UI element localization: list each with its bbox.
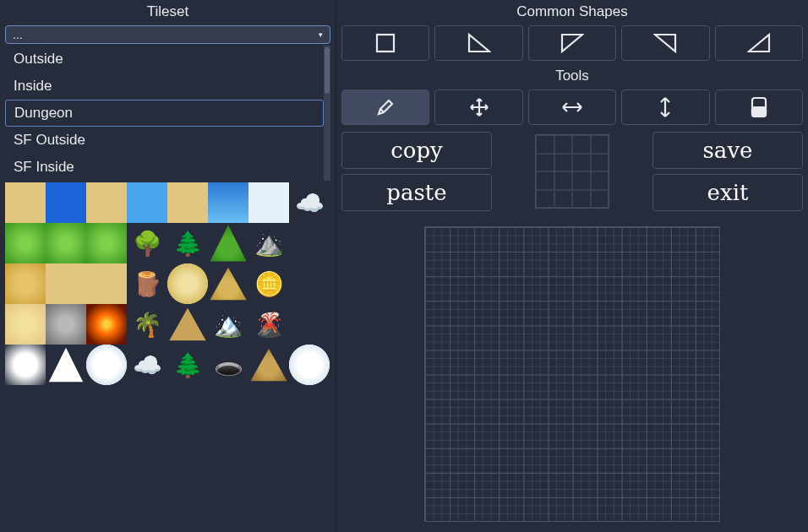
shape-triangle-bl[interactable] [434, 25, 522, 61]
shapes-title: Common Shapes [340, 0, 805, 25]
tileset-option-sf-inside[interactable]: SF Inside [5, 154, 324, 181]
right-panel: Common Shapes Tools [336, 0, 808, 532]
tile[interactable] [289, 223, 330, 263]
tile[interactable]: 🪵 [127, 263, 167, 304]
triangle-tr-icon [653, 33, 677, 53]
tile[interactable] [208, 263, 248, 304]
tools-row [340, 90, 805, 128]
tile[interactable] [46, 182, 86, 223]
tile[interactable] [167, 182, 208, 223]
chevron-down-icon: ▾ [319, 31, 323, 39]
tile[interactable] [167, 263, 208, 304]
tileset-option-sf-outside[interactable]: SF Outside [5, 127, 324, 154]
triangle-bl-icon [467, 33, 491, 53]
tile[interactable] [86, 263, 127, 304]
square-icon [375, 33, 396, 53]
tile[interactable]: 🏔️ [208, 304, 248, 345]
tile[interactable] [127, 182, 167, 223]
tile[interactable]: 🌲 [167, 345, 208, 385]
tile[interactable]: 🪙 [248, 263, 289, 304]
tile[interactable]: 🌲 [167, 223, 208, 263]
tileset-title: Tileset [0, 0, 336, 25]
tileset-option-inside[interactable]: Inside [5, 73, 324, 100]
tile[interactable] [86, 182, 127, 223]
tile[interactable] [46, 263, 86, 304]
preview-grid[interactable] [535, 134, 609, 209]
action-row: copy paste save exit [340, 128, 805, 214]
shape-triangle-tl[interactable] [528, 25, 616, 61]
pencil-icon [375, 97, 396, 117]
tile[interactable] [46, 223, 86, 263]
tileset-option-outside[interactable]: Outside [5, 46, 324, 73]
tool-move[interactable] [434, 90, 522, 125]
tileset-option-dungeon[interactable]: Dungeon [5, 100, 324, 127]
tile[interactable]: ☁️ [289, 182, 330, 223]
shape-triangle-tr[interactable] [621, 25, 709, 61]
tile[interactable] [86, 223, 127, 263]
tile[interactable] [5, 223, 46, 263]
scrollbar-thumb[interactable] [325, 47, 330, 94]
editor-canvas[interactable] [424, 226, 720, 522]
tool-v-arrows[interactable] [621, 90, 709, 125]
tile[interactable]: 🌋 [248, 304, 289, 345]
tile[interactable] [289, 345, 330, 385]
triangle-tl-icon [560, 33, 584, 53]
tile[interactable]: 🌴 [127, 304, 167, 345]
tile[interactable] [289, 263, 330, 304]
tile[interactable] [208, 223, 248, 263]
h-arrows-icon [560, 100, 584, 115]
tileset-dropdown[interactable]: ... ▾ [5, 25, 330, 44]
tile[interactable] [5, 182, 46, 223]
tile[interactable] [167, 304, 208, 345]
tile[interactable]: 🌳 [127, 223, 167, 263]
tile[interactable] [46, 345, 86, 385]
save-button[interactable]: save [652, 132, 803, 169]
tool-h-arrows[interactable] [528, 90, 616, 125]
exit-button[interactable]: exit [652, 174, 803, 211]
tile[interactable]: ☁️ [127, 345, 167, 385]
canvas-wrap [340, 214, 805, 532]
tile[interactable] [5, 304, 46, 345]
shape-square[interactable] [341, 25, 429, 61]
tile[interactable] [86, 345, 127, 385]
svg-rect-0 [377, 35, 394, 52]
tile[interactable] [248, 182, 289, 223]
move-icon [468, 96, 490, 118]
tool-pencil[interactable] [341, 90, 429, 125]
tools-title: Tools [340, 64, 805, 90]
tile[interactable] [46, 304, 86, 345]
shape-triangle-br[interactable] [715, 25, 803, 61]
shapes-row [340, 25, 805, 64]
dropdown-value: ... [13, 28, 23, 41]
tile[interactable] [208, 182, 248, 223]
tile[interactable] [86, 304, 127, 345]
copy-button[interactable]: copy [341, 132, 492, 169]
tool-contrast[interactable] [715, 90, 803, 125]
tile[interactable]: ⛰️ [248, 223, 289, 263]
paste-button[interactable]: paste [341, 174, 492, 211]
contrast-icon [751, 96, 767, 118]
tile-grid[interactable]: ☁️ 🌳 🌲 ⛰️ 🪵 🪙 🌴 🏔️ 🌋 ☁️ 🌲 🕳️ [5, 182, 330, 385]
tile[interactable] [248, 345, 289, 385]
tile[interactable] [289, 304, 330, 345]
triangle-br-icon [747, 33, 771, 53]
tile[interactable] [5, 263, 46, 304]
tile[interactable] [5, 345, 46, 385]
v-arrows-icon [658, 95, 673, 119]
tileset-dropdown-list: Outside Inside Dungeon SF Outside SF Ins… [0, 46, 330, 181]
tile[interactable]: 🕳️ [208, 345, 248, 385]
tileset-panel: Tileset ... ▾ Outside Inside Dungeon SF … [0, 0, 336, 532]
svg-rect-2 [752, 107, 766, 117]
